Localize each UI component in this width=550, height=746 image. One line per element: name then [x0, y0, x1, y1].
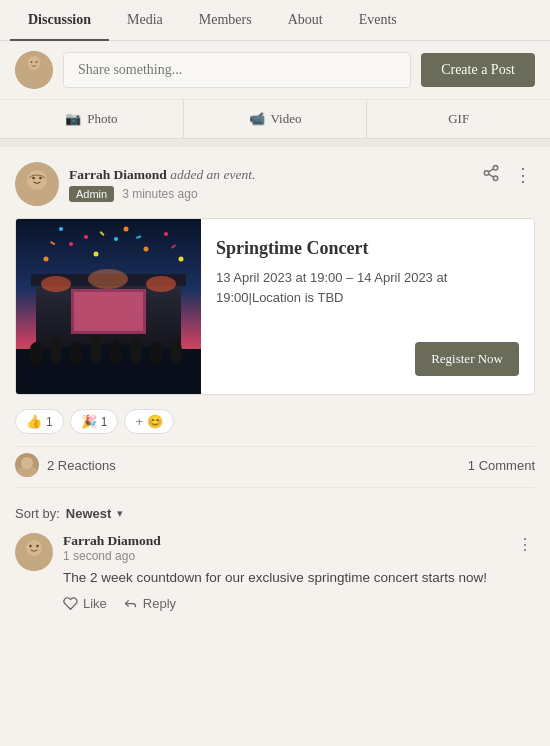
comment-more-button[interactable]: ⋮	[515, 533, 535, 556]
svg-point-10	[484, 171, 489, 176]
comment-item: Farrah Diamond 1 second ago ⋮ The 2 week…	[15, 533, 535, 611]
comment-count-label[interactable]: 1 Comment	[468, 458, 535, 473]
sort-label: Sort by:	[15, 506, 60, 521]
svg-point-9	[493, 166, 498, 171]
svg-point-28	[109, 339, 123, 365]
svg-point-11	[493, 176, 498, 181]
svg-point-27	[90, 335, 102, 365]
post-card: Farrah Diamond added an event. Admin 3 m…	[0, 147, 550, 636]
svg-point-50	[29, 545, 31, 547]
sort-value[interactable]: Newest	[66, 506, 112, 521]
comment-header: Farrah Diamond 1 second ago ⋮	[63, 533, 535, 563]
post-header: Farrah Diamond added an event. Admin 3 m…	[15, 162, 535, 206]
svg-point-39	[59, 227, 63, 231]
svg-point-41	[84, 235, 88, 239]
sort-row: Sort by: Newest ▾	[15, 500, 535, 533]
comment-time: 1 second ago	[63, 549, 161, 563]
tab-media[interactable]: Media	[109, 0, 181, 40]
svg-rect-21	[74, 292, 143, 331]
share-post-button[interactable]	[480, 162, 502, 188]
post-author-name: Farrah Diamond	[69, 167, 167, 182]
svg-point-32	[44, 257, 49, 262]
event-details: Springtime Concert 13 April 2023 at 19:0…	[201, 219, 534, 394]
nav-tabs: Discussion Media Members About Events	[0, 0, 550, 41]
svg-point-3	[31, 61, 33, 63]
party-reaction[interactable]: 🎉 1	[70, 409, 119, 434]
svg-point-19	[146, 276, 176, 292]
svg-point-37	[164, 232, 168, 236]
post-author-info: Farrah Diamond added an event. Admin 3 m…	[69, 167, 255, 202]
comment-section: Farrah Diamond 1 second ago ⋮ The 2 week…	[15, 533, 535, 611]
photo-label: Photo	[87, 111, 117, 127]
more-options-button[interactable]: ⋮	[512, 162, 535, 188]
share-input[interactable]	[63, 52, 411, 88]
stats-left: 2 Reactions	[15, 453, 116, 477]
add-reaction-label: + 😊	[135, 414, 162, 429]
section-divider	[0, 139, 550, 147]
thumbs-up-count: 1	[46, 415, 53, 429]
video-icon: 📹	[249, 111, 265, 127]
svg-point-17	[41, 276, 71, 292]
svg-point-36	[144, 247, 149, 252]
svg-point-2	[28, 56, 40, 70]
admin-badge: Admin	[69, 186, 114, 202]
post-author-avatar	[15, 162, 59, 206]
event-card: Springtime Concert 13 April 2023 at 19:0…	[15, 218, 535, 395]
comment-author-info: Farrah Diamond 1 second ago	[63, 533, 161, 563]
svg-point-26	[69, 341, 83, 365]
comment-author-avatar	[15, 533, 53, 571]
svg-point-33	[69, 242, 73, 246]
avatar-face	[15, 51, 53, 89]
event-image	[16, 219, 201, 394]
reply-label: Reply	[143, 596, 176, 611]
svg-line-12	[488, 174, 493, 177]
post-header-left: Farrah Diamond added an event. Admin 3 m…	[15, 162, 255, 206]
svg-line-13	[488, 169, 493, 172]
gif-button[interactable]: GIF	[367, 100, 550, 138]
comment-more-icon: ⋮	[517, 536, 533, 553]
video-button[interactable]: 📹 Video	[184, 100, 368, 138]
comment-actions: Like Reply	[63, 596, 535, 611]
tab-members[interactable]: Members	[181, 0, 270, 40]
stats-row: 2 Reactions 1 Comment	[15, 446, 535, 488]
thumbs-up-reaction[interactable]: 👍 1	[15, 409, 64, 434]
reaction-count-label: 2 Reactions	[47, 458, 116, 473]
post-time: 3 minutes ago	[122, 187, 197, 201]
reply-button[interactable]: Reply	[123, 596, 176, 611]
svg-point-29	[130, 337, 142, 365]
svg-point-30	[149, 341, 163, 365]
svg-point-4	[36, 61, 38, 63]
event-title: Springtime Concert	[216, 237, 519, 260]
post-header-right: ⋮	[480, 162, 535, 188]
post-author-line: Farrah Diamond added an event.	[69, 167, 255, 183]
add-reaction-button[interactable]: + 😊	[124, 409, 173, 434]
like-button[interactable]: Like	[63, 596, 107, 611]
svg-point-38	[179, 257, 184, 262]
svg-point-34	[94, 252, 99, 257]
gif-label: GIF	[448, 111, 469, 127]
svg-point-49	[26, 540, 42, 556]
current-user-avatar	[15, 51, 53, 89]
like-label: Like	[83, 596, 107, 611]
post-author-action: added an event.	[170, 167, 255, 182]
more-icon: ⋮	[514, 165, 533, 185]
tab-about[interactable]: About	[270, 0, 341, 40]
svg-point-31	[170, 339, 182, 365]
tab-events[interactable]: Events	[341, 0, 415, 40]
thumbs-up-emoji: 👍	[26, 414, 42, 429]
photo-button[interactable]: 📷 Photo	[0, 100, 184, 138]
media-buttons-bar: 📷 Photo 📹 Video GIF	[0, 100, 550, 139]
reactions-row: 👍 1 🎉 1 + 😊	[15, 409, 535, 434]
svg-point-25	[50, 337, 62, 365]
svg-point-7	[32, 177, 35, 180]
comment-text: The 2 week countdown for our exclusive s…	[63, 568, 535, 588]
svg-point-51	[36, 545, 38, 547]
comment-body: Farrah Diamond 1 second ago ⋮ The 2 week…	[63, 533, 535, 611]
register-now-button[interactable]: Register Now	[415, 342, 519, 376]
sort-chevron-icon[interactable]: ▾	[117, 507, 123, 520]
svg-point-35	[114, 237, 118, 241]
event-date: 13 April 2023 at 19:00 – 14 April 2023 a…	[216, 268, 519, 307]
tab-discussion[interactable]: Discussion	[10, 0, 109, 40]
post-meta: Admin 3 minutes ago	[69, 186, 255, 202]
create-post-button[interactable]: Create a Post	[421, 53, 535, 87]
